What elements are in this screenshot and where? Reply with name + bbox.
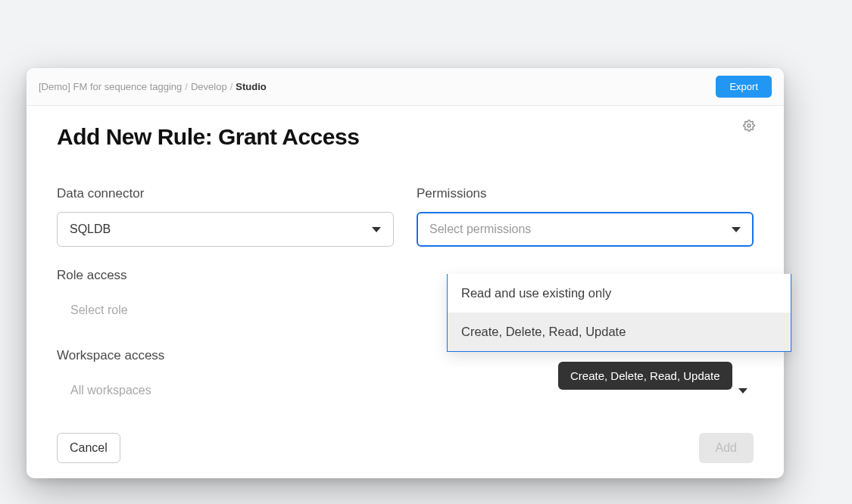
permissions-option[interactable]: Create, Delete, Read, Update <box>448 313 791 351</box>
permissions-select[interactable]: Select permissions <box>417 212 754 247</box>
breadcrumb-separator: / <box>185 81 188 92</box>
breadcrumb-separator: / <box>230 81 233 92</box>
breadcrumb-item[interactable]: Develop <box>191 81 227 92</box>
breadcrumb-bar: [Demo] FM for sequence tagging / Develop… <box>27 68 784 106</box>
breadcrumb: [Demo] FM for sequence tagging / Develop… <box>39 81 267 92</box>
workspace-access-placeholder: All workspaces <box>70 384 151 397</box>
data-connector-value: SQLDB <box>70 222 111 236</box>
add-button[interactable]: Add <box>699 433 754 463</box>
tooltip: Create, Delete, Read, Update <box>558 362 732 390</box>
dialog-panel: [Demo] FM for sequence tagging / Develop… <box>27 68 784 478</box>
chevron-down-icon <box>738 388 747 394</box>
data-connector-select[interactable]: SQLDB <box>57 212 394 247</box>
breadcrumb-current: Studio <box>236 81 266 92</box>
role-access-select[interactable]: Select role <box>57 294 394 327</box>
permissions-placeholder: Select permissions <box>429 222 531 236</box>
export-button[interactable]: Export <box>716 76 772 98</box>
dialog-footer: Cancel Add <box>57 433 754 463</box>
svg-point-0 <box>747 124 751 127</box>
page-title: Add New Rule: Grant Access <box>57 124 754 150</box>
chevron-down-icon <box>372 227 381 232</box>
permissions-option[interactable]: Read and use existing only <box>448 274 791 313</box>
data-connector-label: Data connector <box>57 186 394 201</box>
permissions-dropdown: Read and use existing only Create, Delet… <box>447 274 791 352</box>
permissions-field: Permissions Select permissions <box>417 186 754 247</box>
cancel-button[interactable]: Cancel <box>57 433 120 463</box>
role-access-label: Role access <box>57 268 394 283</box>
role-access-field: Role access Select role <box>57 268 394 327</box>
breadcrumb-item[interactable]: [Demo] FM for sequence tagging <box>39 81 182 92</box>
gear-icon[interactable] <box>743 120 755 135</box>
dialog-content: Add New Rule: Grant Access Data connecto… <box>27 106 784 478</box>
data-connector-field: Data connector SQLDB <box>57 186 394 247</box>
chevron-down-icon <box>732 227 741 232</box>
role-access-placeholder: Select role <box>70 303 128 317</box>
permissions-label: Permissions <box>417 186 754 201</box>
